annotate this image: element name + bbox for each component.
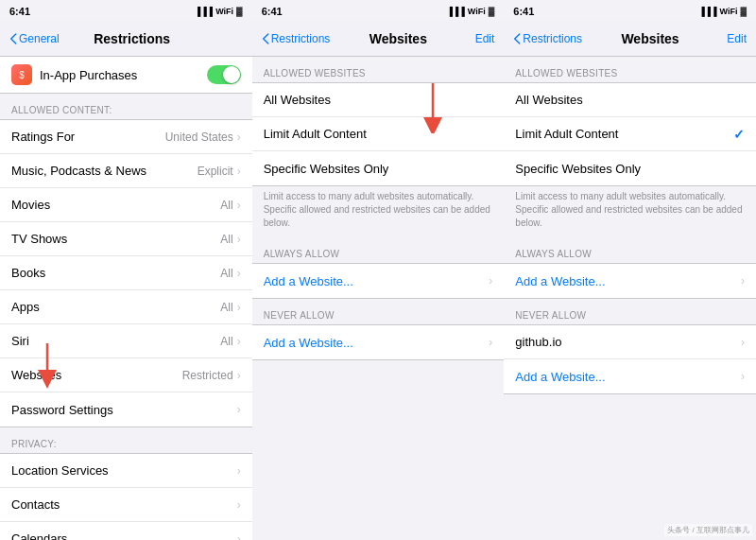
chevron-icon: › — [237, 199, 241, 212]
never-allow-header-2: NEVER ALLOW — [252, 299, 505, 324]
chevron-icon: › — [237, 498, 241, 512]
edit-button-3[interactable]: Edit — [718, 32, 747, 45]
chevron-icon: › — [237, 369, 241, 382]
allowed-content-group: Ratings For United States › Music, Podca… — [0, 119, 252, 427]
add-website-never-2[interactable]: Add a Website... › — [252, 325, 505, 359]
status-icons-3: ▐▐▐ WiFi ▓ — [698, 7, 747, 16]
checkmark-icon: ✓ — [733, 127, 745, 142]
signal-icon: ▐▐▐ — [447, 7, 465, 16]
status-icons-2: ▐▐▐ WiFi ▓ — [447, 7, 495, 16]
specific-websites-item-2[interactable]: Specific Websites Only — [252, 151, 505, 185]
chevron-icon: › — [237, 131, 241, 144]
add-website-always-3[interactable]: Add a Website... › — [504, 264, 756, 298]
never-allow-header-3: NEVER ALLOW — [504, 299, 756, 324]
website-options-group-2: All Websites Limit Adult Content — [252, 82, 505, 186]
panel-restrictions: 6:41 ▐▐▐ WiFi ▓ General Restrictions — [0, 0, 252, 540]
chevron-icon: › — [237, 464, 241, 478]
chevron-icon: › — [237, 403, 241, 416]
chevron-icon: › — [237, 267, 241, 280]
apps-item[interactable]: Apps All › — [0, 290, 252, 324]
nav-title-3: Websites — [621, 31, 679, 46]
back-button-3[interactable]: Restrictions — [513, 32, 582, 45]
content-3: ALLOWED WEBSITES All Websites Limit Adul… — [504, 57, 756, 540]
website-options-group-3: All Websites Limit Adult Content ✓ Speci… — [504, 82, 756, 186]
add-website-always-2[interactable]: Add a Website... › — [252, 264, 505, 298]
inapp-purchases-item[interactable]: $ In-App Purchases — [0, 57, 252, 93]
content-2: ALLOWED WEBSITES All Websites — [252, 57, 505, 540]
battery-icon: ▓ — [489, 7, 495, 16]
status-icons-1: ▐▐▐ WiFi ▓ — [195, 7, 243, 16]
chevron-icon: › — [237, 335, 241, 348]
status-time-1: 6:41 — [9, 6, 30, 17]
watermark: 头条号 / 互联网那点事儿 — [664, 524, 752, 536]
wifi-icon: WiFi — [720, 7, 738, 16]
battery-icon: ▓ — [740, 7, 747, 16]
description-2: Limit access to many adult websites auto… — [252, 186, 505, 237]
add-website-never-3[interactable]: Add a Website... › — [504, 359, 756, 393]
description-3: Limit access to many adult websites auto… — [504, 186, 756, 237]
panel-websites-after: 6:41 ▐▐▐ WiFi ▓ Restrictions Websites Ed… — [504, 0, 756, 540]
battery-icon: ▓ — [236, 7, 243, 16]
status-time-3: 6:41 — [513, 6, 534, 17]
nav-bar-3: Restrictions Websites Edit — [504, 21, 756, 57]
always-allow-group-2: Add a Website... › — [252, 263, 505, 299]
all-websites-item-2[interactable]: All Websites — [252, 83, 505, 117]
status-bar-1: 6:41 ▐▐▐ WiFi ▓ — [0, 0, 252, 21]
books-item[interactable]: Books All › — [0, 256, 252, 290]
chevron-icon: › — [741, 370, 745, 383]
contacts-item[interactable]: Contacts › — [0, 488, 252, 522]
inapp-toggle[interactable] — [207, 65, 241, 84]
inapp-group: $ In-App Purchases — [0, 57, 252, 94]
chevron-icon: › — [489, 336, 492, 349]
inapp-label: In-App Purchases — [40, 68, 137, 82]
password-settings-item[interactable]: Password Settings › — [0, 392, 252, 427]
calendars-item[interactable]: Calendars › — [0, 522, 252, 540]
chevron-icon: › — [741, 274, 745, 287]
content-1: $ In-App Purchases ALLOWED CONTENT: Rati… — [0, 57, 252, 540]
wifi-icon: WiFi — [215, 7, 233, 16]
never-allow-group-2: Add a Website... › — [252, 324, 505, 360]
siri-item[interactable]: Siri All › — [0, 324, 252, 358]
signal-icon: ▐▐▐ — [195, 7, 213, 16]
chevron-icon: › — [741, 336, 745, 349]
nav-title-1: Restrictions — [94, 31, 170, 46]
chevron-left-icon — [513, 33, 521, 44]
back-button-1[interactable]: General — [9, 32, 60, 45]
allowed-content-header: ALLOWED CONTENT: — [0, 94, 252, 119]
chevron-icon: › — [237, 165, 241, 178]
always-allow-header-3: ALWAYS ALLOW — [504, 237, 756, 263]
limit-adult-item-2[interactable]: Limit Adult Content — [252, 117, 505, 151]
chevron-left-icon — [9, 33, 17, 44]
never-allow-group-3: github.io › Add a Website... › — [504, 324, 756, 394]
signal-icon: ▐▐▐ — [698, 7, 716, 16]
chevron-icon: › — [237, 301, 241, 314]
limit-adult-item-3[interactable]: Limit Adult Content ✓ — [504, 117, 756, 151]
status-time-2: 6:41 — [262, 6, 283, 17]
location-services-item[interactable]: Location Services › — [0, 454, 252, 488]
ratings-for-item[interactable]: Ratings For United States › — [0, 120, 252, 154]
specific-websites-item-3[interactable]: Specific Websites Only — [504, 151, 756, 185]
all-websites-item-3[interactable]: All Websites — [504, 83, 756, 117]
chevron-icon: › — [237, 233, 241, 246]
always-allow-header-2: ALWAYS ALLOW — [252, 237, 505, 263]
edit-button-2[interactable]: Edit — [466, 32, 494, 45]
nav-bar-2: Restrictions Websites Edit — [252, 21, 505, 57]
status-bar-3: 6:41 ▐▐▐ WiFi ▓ — [504, 0, 756, 21]
panel-websites-before: 6:41 ▐▐▐ WiFi ▓ Restrictions Websites Ed… — [252, 0, 505, 540]
chevron-icon: › — [489, 274, 492, 287]
github-io-item[interactable]: github.io › — [504, 325, 756, 359]
nav-bar-1: General Restrictions — [0, 21, 252, 57]
always-allow-group-3: Add a Website... › — [504, 263, 756, 299]
privacy-header: PRIVACY: — [0, 427, 252, 453]
movies-item[interactable]: Movies All › — [0, 188, 252, 222]
tvshows-item[interactable]: TV Shows All › — [0, 222, 252, 256]
websites-item[interactable]: Websites Restricted › — [0, 358, 252, 392]
music-item[interactable]: Music, Podcasts & News Explicit › — [0, 154, 252, 188]
allowed-websites-header-3: ALLOWED WEBSITES — [504, 57, 756, 82]
back-button-2[interactable]: Restrictions — [262, 32, 331, 45]
inapp-icon: $ — [11, 64, 32, 85]
nav-title-2: Websites — [369, 31, 427, 46]
chevron-icon: › — [237, 532, 241, 541]
allowed-websites-header-2: ALLOWED WEBSITES — [252, 57, 505, 82]
chevron-left-icon — [262, 33, 269, 44]
